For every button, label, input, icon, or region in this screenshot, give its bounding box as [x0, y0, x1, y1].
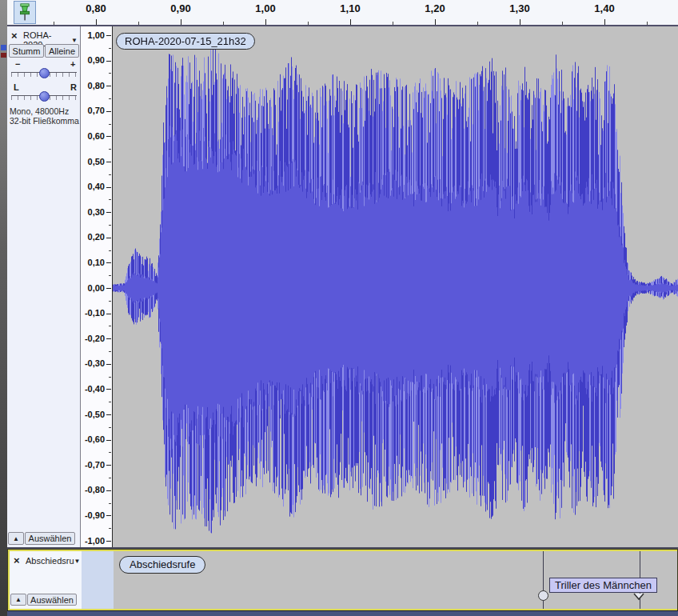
vertical-ruler-label: -0,10 [85, 308, 105, 318]
select-label-track-button[interactable]: Auswählen [27, 594, 77, 606]
pan-slider[interactable] [11, 91, 77, 101]
vertical-ruler-label: -0,30 [85, 358, 105, 368]
vertical-ruler-label: 0,60 [88, 131, 105, 141]
label-pill-abschiedsrufe[interactable]: Abschiedsrufe [119, 556, 205, 574]
vertical-ruler-tick-minor [109, 98, 111, 99]
vertical-ruler-label: 0,30 [88, 207, 105, 217]
vertical-ruler-tick-minor [109, 402, 111, 402]
label-track-title-dropdown[interactable]: Abschiedsru ▼ [26, 556, 78, 566]
gain-slider-thumb[interactable] [39, 68, 50, 78]
label-track-close-button[interactable]: × [14, 555, 20, 566]
vertical-ruler-label: 0,90 [88, 55, 105, 65]
timeline-tick-minor [138, 22, 139, 25]
chevron-down-icon: ▼ [74, 558, 81, 565]
label-track-title: Abschiedsru [26, 556, 74, 566]
vertical-ruler-tick-major [106, 136, 111, 137]
vertical-ruler-label: -0,50 [85, 410, 105, 419]
timeline-tick-label: 1,30 [509, 2, 529, 14]
audacity-window: 0,800,901,001,101,201,301,40 × ROHA-2020… [0, 0, 678, 616]
timeline-tick-label: 0,80 [86, 2, 106, 14]
vertical-ruler-tick-minor [109, 73, 111, 74]
vertical-ruler-tick-minor [109, 377, 111, 378]
vertical-ruler-tick-minor [109, 301, 111, 302]
track-name-pill[interactable]: ROHA-2020-07-15_21h32 [116, 33, 255, 50]
timeline-tick-major [96, 19, 97, 25]
vertical-ruler-label: -0,60 [85, 434, 105, 444]
waveform-canvas[interactable] [113, 26, 678, 547]
timeline-tick-label: 1,10 [340, 2, 360, 14]
vertical-ruler-tick-minor [109, 503, 111, 504]
vertical-ruler-tick-major [106, 440, 111, 441]
audio-track-waveform-area[interactable]: ROHA-2020-07-15_21h32 [113, 26, 678, 547]
timeline-tick-major [265, 19, 266, 25]
pushpin-icon [18, 3, 32, 22]
vertical-ruler-tick-major [106, 515, 111, 516]
timeline-tick-major [350, 19, 351, 25]
vertical-ruler-tick-major [106, 111, 111, 112]
vertical-ruler-tick-minor [109, 250, 111, 251]
vertical-ruler-tick-minor [109, 199, 111, 200]
gain-slider[interactable] [11, 68, 77, 78]
collapse-track-button[interactable]: ▲ [8, 532, 24, 545]
vertical-ruler-tick-minor [109, 326, 111, 326]
dock-edge-blue-bit [1, 45, 6, 50]
vertical-ruler-tick-minor [109, 427, 111, 428]
select-track-button[interactable]: Auswählen [25, 532, 75, 545]
vertical-ruler-label: -0,70 [85, 460, 105, 470]
vertical-ruler-tick-major [106, 414, 111, 415]
vertical-ruler-tick-minor [109, 452, 111, 453]
pan-slider-thumb[interactable] [39, 91, 50, 102]
vertical-ruler-label: 1,00 [88, 30, 105, 40]
vertical-ruler-tick-major [106, 262, 111, 263]
vertical-ruler-tick-major [106, 86, 111, 86]
vertical-ruler-tick-major [106, 338, 111, 339]
timeline-tick-minor [223, 22, 224, 25]
vertical-ruler-tick-major [106, 61, 111, 62]
label-track-ruler-strip [82, 551, 114, 609]
vertical-ruler-tick-major [106, 35, 111, 36]
vertical-ruler-label: -0,40 [85, 384, 105, 394]
timeline-tick-major [435, 19, 436, 25]
vertical-ruler-tick-major [106, 389, 111, 390]
vertical-ruler-label: -0,20 [85, 334, 105, 343]
vertical-ruler-tick-minor [109, 149, 111, 150]
timeline-pin-button[interactable] [14, 1, 36, 24]
audio-track: × ROHA-2020- ▼ Stumm Alleine − + L R Mon… [7, 26, 678, 547]
vertical-ruler-tick-minor [109, 225, 111, 226]
vertical-ruler-label: 0,80 [88, 81, 105, 90]
region-label-box[interactable]: Triller des Männchen [549, 578, 657, 593]
vertical-ruler-tick-minor [109, 351, 111, 352]
vertical-ruler-label: 0,50 [88, 157, 105, 166]
bottom-dock-strip [0, 610, 678, 616]
collapse-label-track-button[interactable]: ▲ [10, 594, 26, 606]
vertical-ruler-tick-minor [109, 124, 111, 125]
audio-track-close-button[interactable]: × [11, 30, 18, 42]
mute-button[interactable]: Stumm [9, 44, 44, 58]
vertical-ruler-tick-major [106, 187, 111, 188]
vertical-ruler-tick-major [106, 465, 111, 466]
vertical-scale-ruler[interactable]: 1,000,900,800,700,600,500,400,300,200,10… [81, 26, 113, 547]
dock-edge-red-bit [1, 53, 6, 58]
timeline-tick-minor [54, 22, 54, 25]
vertical-ruler-label: 0,70 [88, 106, 105, 115]
timeline-ruler[interactable]: 0,800,901,001,101,201,301,40 [0, 0, 678, 26]
region-end-handle-icon[interactable] [632, 592, 645, 602]
solo-button[interactable]: Alleine [45, 44, 79, 58]
label-track: × Abschiedsru ▼ ▲ Auswählen Abschiedsruf… [7, 549, 678, 611]
vertical-ruler-tick-major [106, 288, 111, 289]
vertical-ruler-tick-minor [109, 48, 111, 49]
vertical-ruler-label: -0,90 [85, 510, 105, 520]
timeline-tick-major [520, 19, 520, 25]
timeline-tick-minor [477, 22, 478, 25]
region-start-handle[interactable] [538, 590, 548, 601]
vertical-ruler-tick-minor [109, 174, 111, 175]
timeline-tick-label: 1,20 [425, 2, 445, 14]
timeline-tick-minor [562, 22, 563, 25]
vertical-ruler-label: -0,80 [85, 485, 105, 494]
track-format-info-line2: 32-bit Fließkomma [10, 116, 79, 126]
timeline-tick-minor [393, 22, 393, 25]
vertical-ruler-tick-major [106, 314, 111, 314]
label-track-content[interactable]: Abschiedsrufe Triller des Männchen [114, 551, 677, 609]
vertical-ruler-tick-major [106, 162, 111, 162]
timeline-tick-label: 0,90 [170, 2, 190, 14]
